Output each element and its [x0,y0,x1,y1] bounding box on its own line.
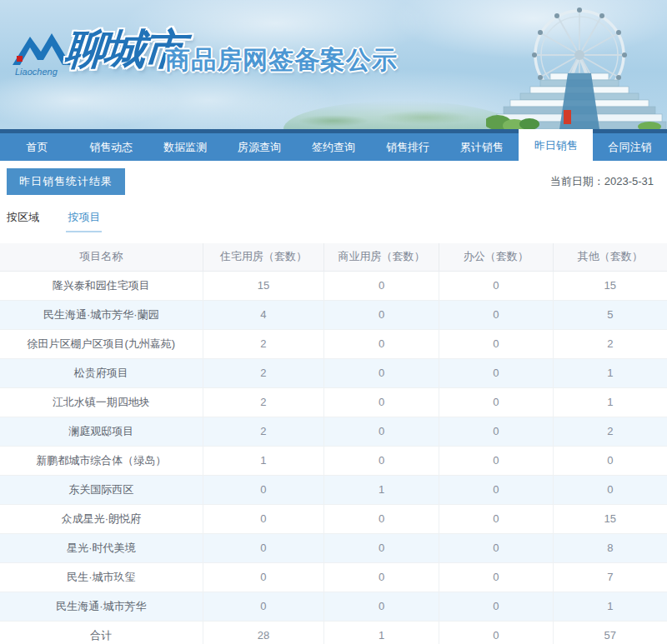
count-cell: 57 [553,621,667,644]
table-row: 澜庭观邸项目2002 [0,417,667,446]
tab-by-project[interactable]: 按项目 [66,210,102,232]
count-cell: 2 [203,358,324,387]
view-tabs: 按区域 按项目 [0,209,667,232]
project-name-cell: 合计 [0,621,203,644]
table-body: 隆兴泰和园住宅项目150015民生海通·城市芳华·蘭园4005徐田片区棚户区项目… [0,271,667,644]
project-name-cell: 松贵府项目 [0,358,203,387]
table-row: 新鹏都城市综合体（绿岛）1000 [0,446,667,475]
count-cell: 0 [203,562,324,592]
count-cell: 0 [439,621,553,644]
project-name-cell: 民生海通·城市芳华·蘭园 [0,300,203,329]
current-date-label: 当前日期： [550,175,604,187]
count-cell: 0 [439,271,553,300]
nav-bar: 首页销售动态数据监测房源查询签约查询销售排行累计销售昨日销售合同注销 [0,133,667,161]
count-cell: 4 [203,300,324,329]
table-row: 众成星光·朗悦府00015 [0,504,667,533]
banner: Liaocheng 聊城市 商品房网签备案公示 [0,0,667,129]
count-cell: 0 [439,504,553,533]
column-header: 商业用房（套数） [324,243,439,271]
column-header: 办公（套数） [439,243,553,271]
count-cell: 2 [553,329,667,358]
project-name-cell: 澜庭观邸项目 [0,417,203,446]
count-cell: 5 [553,300,667,329]
project-name-cell: 民生·城市玖玺 [0,562,203,592]
nav-item-5[interactable]: 销售排行 [370,133,444,161]
project-name-cell: 徐田片区棚户区项目(九州嘉苑) [0,329,203,358]
count-cell: 0 [203,475,324,504]
count-cell: 1 [324,621,439,644]
count-cell: 0 [203,504,324,533]
project-name-cell: 隆兴泰和园住宅项目 [0,271,203,300]
nav-item-4[interactable]: 签约查询 [297,133,371,161]
count-cell: 7 [553,562,667,592]
count-cell: 0 [324,592,439,621]
table-row: 徐田片区棚户区项目(九州嘉苑)2002 [0,329,667,358]
column-header: 项目名称 [0,243,203,271]
table-row: 民生海通·城市芳华·蘭园4005 [0,300,667,329]
table-row: 隆兴泰和园住宅项目150015 [0,271,667,300]
current-date-value: 2023-5-31 [604,175,654,187]
count-cell: 2 [203,329,324,358]
project-name-cell: 东关国际西区 [0,475,203,504]
page-title: 昨日销售统计结果 [7,168,125,195]
main-content: 昨日销售统计结果 当前日期：2023-5-31 按区域 按项目 项目名称住宅用房… [0,161,667,644]
nav-item-6[interactable]: 累计销售 [444,133,519,161]
nav-item-8[interactable]: 合同注销 [593,133,667,161]
nav-item-2[interactable]: 数据监测 [148,133,223,161]
count-cell: 15 [203,271,324,300]
nav-item-7[interactable]: 昨日销售 [519,129,593,161]
main-nav: 首页销售动态数据监测房源查询签约查询销售排行累计销售昨日销售合同注销 [0,129,667,161]
column-header: 住宅用房（套数） [203,243,324,271]
logo-script-text: Liaocheng [15,67,58,77]
count-cell: 15 [553,504,667,533]
count-cell: 0 [324,417,439,446]
count-cell: 1 [553,358,667,387]
count-cell: 0 [324,533,439,562]
table-row: 民生·城市玖玺0007 [0,562,667,592]
count-cell: 0 [553,475,667,504]
banner-subtitle: 商品房网签备案公示 [165,43,398,77]
count-cell: 15 [553,271,667,300]
tab-by-region[interactable]: 按区域 [5,210,41,231]
count-cell: 2 [203,387,324,417]
count-cell: 0 [439,329,553,358]
count-cell: 2 [203,417,324,446]
count-cell: 0 [439,592,553,621]
count-cell: 0 [324,562,439,592]
current-date: 当前日期：2023-5-31 [550,174,654,189]
table-header-row: 项目名称住宅用房（套数）商业用房（套数）办公（套数）其他（套数） [0,243,667,271]
count-cell: 0 [439,387,553,417]
logo-red-square [17,56,23,62]
count-cell: 0 [203,533,324,562]
table-row: 东关国际西区0100 [0,475,667,504]
table-row: 合计281057 [0,621,667,644]
project-name-cell: 星光·时代美境 [0,533,203,562]
nav-item-0[interactable]: 首页 [0,133,74,161]
count-cell: 0 [324,358,439,387]
table-row: 星光·时代美境0008 [0,533,667,562]
count-cell: 0 [324,446,439,475]
count-cell: 0 [324,271,439,300]
count-cell: 28 [203,621,324,644]
count-cell: 0 [324,504,439,533]
count-cell: 1 [324,475,439,504]
count-cell: 0 [439,562,553,592]
count-cell: 0 [324,387,439,417]
count-cell: 1 [553,387,667,417]
count-cell: 0 [439,446,553,475]
nav-item-1[interactable]: 销售动态 [74,133,148,161]
count-cell: 1 [553,592,667,621]
count-cell: 0 [439,475,553,504]
project-name-cell: 民生海通·城市芳华 [0,592,203,621]
count-cell: 0 [324,300,439,329]
count-cell: 0 [439,358,553,387]
ferris-wheel-building-illustration [486,3,667,129]
column-header: 其他（套数） [553,243,667,271]
count-cell: 0 [324,329,439,358]
title-row: 昨日销售统计结果 当前日期：2023-5-31 [0,161,667,195]
nav-item-3[interactable]: 房源查询 [223,133,297,161]
sales-table: 项目名称住宅用房（套数）商业用房（套数）办公（套数）其他（套数） 隆兴泰和园住宅… [0,243,667,644]
project-name-cell: 众成星光·朗悦府 [0,504,203,533]
project-name-cell: 江北水镇一期四地块 [0,387,203,417]
count-cell: 1 [203,446,324,475]
